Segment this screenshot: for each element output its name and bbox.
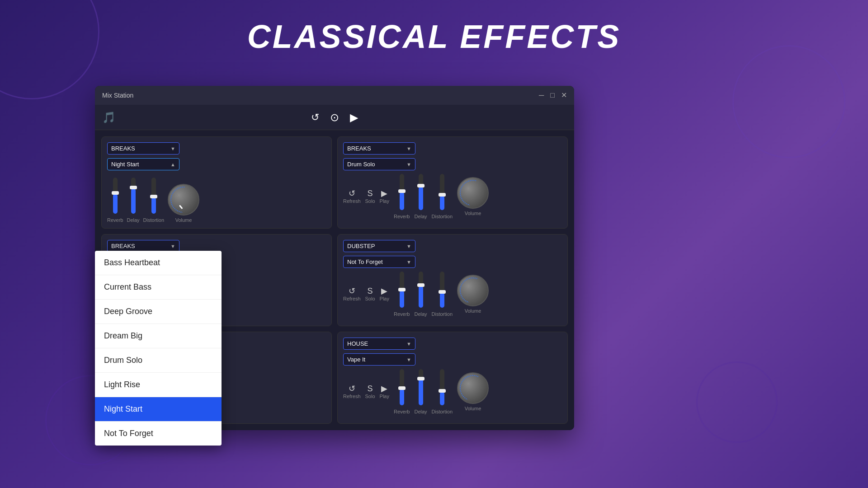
volume-knob-dial-2[interactable] [457,177,489,209]
reverb-label-2: Reverb [394,214,410,219]
track-panel-1: BREAKS ▼ Night Start ▲ [101,136,332,229]
play-button-4[interactable]: ▶ Play [380,287,389,301]
delay-slider-1: Delay [127,178,139,223]
chevron-down-icon-6: ▼ [406,341,411,347]
title-bar-controls: ─ □ ✕ [539,92,567,99]
panel-4-track-dropdown: Not To Forget ▼ [343,256,562,268]
reverb-track-6[interactable] [400,369,404,405]
volume-knob-4: Volume [457,275,489,314]
solo-button-2[interactable]: S Solo [365,189,375,204]
volume-knob-2: Volume [457,177,489,216]
distortion-label-2: Distortion [432,214,453,219]
chevron-down-icon-2b: ▼ [406,162,411,167]
track-dropdown-popup: Bass Heartbeat Current Bass Deep Groove … [95,251,222,446]
minimize-button[interactable]: ─ [539,92,544,99]
reverb-track-4[interactable] [400,272,404,308]
track-dropdown-4[interactable]: Not To Forget ▼ [343,256,415,268]
panel-1-sliders: Reverb Delay [107,178,326,223]
genre-dropdown-3[interactable]: BREAKS ▼ [107,240,179,252]
solo-button-6[interactable]: S Solo [365,385,375,399]
play-button-2[interactable]: ▶ Play [380,189,389,204]
distortion-label-1: Distortion [143,217,164,223]
dropdown-item-light-rise[interactable]: Light Rise [95,373,222,397]
reverb-slider-2: Reverb [394,174,410,219]
solo-icon-2: S [368,189,373,197]
panel-3-dropdowns: BREAKS ▼ [107,240,326,252]
volume-knob-dial-6[interactable] [457,372,489,404]
dropdown-item-deep-groove[interactable]: Deep Groove [95,300,222,324]
dropdown-item-bass-heartbeat[interactable]: Bass Heartbeat [95,251,222,275]
track-panel-4: DUBSTEP ▼ Not To Forget ▼ ↺ Refresh S So… [337,234,568,326]
delay-slider-2: Delay [414,174,427,219]
solo-button-4[interactable]: S Solo [365,287,375,301]
dropdown-item-night-start[interactable]: Night Start [95,397,222,422]
delay-track-2[interactable] [419,174,423,210]
play-button-6[interactable]: ▶ Play [380,385,389,399]
refresh-button-2[interactable]: ↺ Refresh [343,189,361,204]
volume-label-1: Volume [175,217,192,223]
distortion-slider-4: Distortion [432,272,453,317]
distortion-track-4[interactable] [440,272,444,308]
genre-dropdown-2[interactable]: BREAKS ▼ [343,142,415,155]
refresh-icon-2: ↺ [349,189,355,197]
genre-dropdown-4[interactable]: DUBSTEP ▼ [343,240,415,252]
play-icon-4: ▶ [381,287,387,295]
delay-slider-6: Delay [414,369,427,414]
reverb-track-2[interactable] [400,174,404,210]
refresh-button-4[interactable]: ↺ Refresh [343,287,361,301]
chevron-down-icon-3: ▼ [170,244,175,249]
panel-4-ctrl-row: ↺ Refresh S Solo ▶ Play Reverb [343,272,562,317]
track-dropdown-2[interactable]: Drum Solo ▼ [343,158,415,170]
rewind-icon[interactable]: ↺ [311,112,319,123]
page-title: CLASSICAL EFFECTS [0,0,868,55]
distortion-track-1[interactable] [151,178,156,214]
reverb-slider-1: Reverb [107,178,123,223]
refresh-button-6[interactable]: ↺ Refresh [343,385,361,399]
distortion-slider-2: Distortion [432,174,453,219]
chevron-up-icon: ▲ [170,162,175,167]
reverb-track-1[interactable] [113,178,118,214]
genre-dropdown-1[interactable]: BREAKS ▼ [107,142,179,155]
panel-2-ctrl-row: ↺ Refresh S Solo ▶ Play Rever [343,174,562,219]
genre-dropdown-6[interactable]: HOUSE ▼ [343,338,415,350]
dropdown-item-drum-solo[interactable]: Drum Solo [95,348,222,373]
distortion-track-2[interactable] [440,174,444,210]
distortion-label-6: Distortion [432,409,453,414]
distortion-label-4: Distortion [432,311,453,317]
track-dropdown-6[interactable]: Vape It ▼ [343,353,415,366]
volume-knob-dial-1[interactable] [168,184,199,216]
solo-icon-4: S [368,287,373,295]
reverb-slider-6: Reverb [394,369,410,414]
panel-1-body: Reverb Delay [107,174,326,223]
reverb-label-1: Reverb [107,217,123,223]
delay-track-6[interactable] [419,369,423,405]
toolbar-left: 🎵 [102,111,311,124]
volume-knob-dial-4[interactable] [457,275,489,306]
maximize-button[interactable]: □ [550,92,555,99]
panel-2-track-dropdown: Drum Solo ▼ [343,158,562,170]
dropdown-item-dream-big[interactable]: Dream Big [95,324,222,348]
panel-2-dropdowns: BREAKS ▼ [343,142,562,155]
play-icon-2: ▶ [381,189,387,197]
chevron-down-icon-2: ▼ [406,146,411,151]
panel-1-dropdowns: BREAKS ▼ [107,142,326,155]
deco-circle-4 [696,361,778,443]
title-bar: Mix Station ─ □ ✕ [95,86,574,105]
toolbar-center: ↺ ⊙ ▶ [311,111,358,124]
refresh-icon-4: ↺ [349,287,355,295]
distortion-track-6[interactable] [440,369,444,405]
delay-track-4[interactable] [419,272,423,308]
delay-track-1[interactable] [131,178,136,214]
dropdown-item-not-to-forget[interactable]: Not To Forget [95,422,222,446]
dropdown-item-current-bass[interactable]: Current Bass [95,275,222,300]
play-icon[interactable]: ▶ [350,111,358,124]
track-dropdown-1[interactable]: Night Start ▲ [107,158,179,170]
close-button[interactable]: ✕ [561,92,567,99]
distortion-slider-6: Distortion [432,369,453,414]
record-icon[interactable]: ⊙ [330,111,339,124]
refresh-icon-6: ↺ [349,385,355,393]
music-icon[interactable]: 🎵 [102,111,116,124]
reverb-label-6: Reverb [394,409,410,414]
solo-icon-6: S [368,385,373,393]
delay-slider-4: Delay [414,272,427,317]
